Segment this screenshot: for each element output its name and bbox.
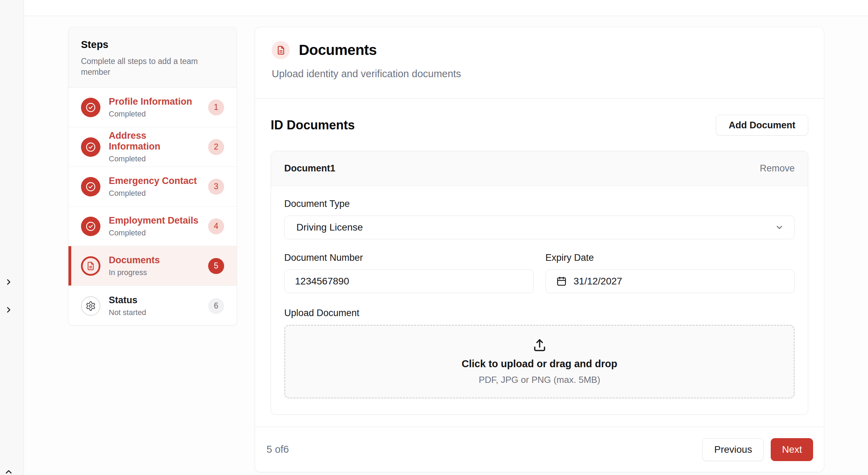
gear-icon [81,296,100,316]
step-label: Employment Details [109,215,200,226]
upload-dropzone[interactable]: Click to upload or drag and drop PDF, JP… [284,325,795,398]
step-item-employment-details[interactable]: Employment Details Completed 4 [68,207,237,246]
step-text: Status Not started [109,295,200,317]
upload-document-label: Upload Document [284,308,795,319]
step-status: Completed [109,110,200,119]
step-status: Completed [109,154,200,163]
document-number-value: 1234567890 [295,276,349,287]
section-title: ID Documents [271,118,355,132]
step-label: Profile Information [109,96,200,107]
chevron-right-icon [4,305,13,314]
expiry-date-value: 31/12/2027 [574,276,622,287]
step-text: Profile Information Completed [109,96,200,119]
left-rail [0,0,24,475]
document-card-title: Document1 [284,163,335,174]
step-status: In progress [109,268,200,277]
next-button[interactable]: Next [771,438,813,461]
step-label: Emergency Contact [109,176,200,186]
expiry-date-input[interactable]: 31/12/2027 [546,269,795,293]
chevron-up-icon [4,467,14,475]
step-label: Documents [109,255,200,266]
upload-cta-text: Click to upload or drag and drop [462,358,617,370]
expiry-date-label: Expiry Date [546,252,795,263]
step-number-badge: 4 [208,218,224,234]
calendar-icon [556,276,567,287]
remove-document-button[interactable]: Remove [760,163,795,174]
id-documents-section: ID Documents Add Document Document1 Remo… [255,99,824,415]
step-status: Completed [109,189,200,198]
check-circle-icon [81,177,100,196]
document-number-input[interactable]: 1234567890 [284,269,534,293]
expand-panel-button-1[interactable] [3,277,14,287]
step-number-badge: 1 [208,99,224,115]
check-circle-icon [81,217,100,236]
step-label: Address Information [109,130,200,152]
steps-title: Steps [81,39,224,50]
document-card-body: Document Type Driving License Document N… [271,186,808,414]
upload-icon [532,338,547,353]
step-item-emergency-contact[interactable]: Emergency Contact Completed 3 [68,167,237,207]
step-number-badge: 5 [208,258,224,274]
step-text: Employment Details Completed [109,215,200,238]
document-type-label: Document Type [284,199,795,209]
document-card-header: Document1 Remove [271,151,808,186]
step-text: Emergency Contact Completed [109,176,200,198]
previous-button[interactable]: Previous [702,438,764,461]
step-item-status[interactable]: Status Not started 6 [68,286,237,325]
check-circle-icon [81,98,100,117]
step-status: Not started [109,308,200,317]
document-type-select[interactable]: Driving License [284,216,795,239]
steps-list: Profile Information Completed 1 Address … [68,87,237,325]
document-number-label: Document Number [284,252,534,263]
expiry-date-field-group: Expiry Date 31/12/2027 [546,252,795,293]
footer-actions: Previous Next [702,438,813,461]
page-title: Documents [299,42,377,58]
step-number-badge: 6 [208,298,224,314]
steps-subtitle: Complete all steps to add a team member [81,56,217,78]
page-subtitle: Upload identity and verification documen… [272,68,807,80]
step-label: Status [109,295,200,306]
upload-block: Upload Document Click to upload or drag … [284,308,795,398]
documents-panel: Documents Upload identity and verificati… [255,27,824,472]
step-number-badge: 2 [208,139,224,155]
step-item-profile-information[interactable]: Profile Information Completed 1 [68,88,237,127]
document-number-field-group: Document Number 1234567890 [284,252,534,293]
document-card: Document1 Remove Document Type Driving L… [271,151,808,415]
step-item-documents[interactable]: Documents In progress 5 [68,246,237,286]
document-icon [81,256,100,276]
chevron-right-icon [4,277,13,287]
document-type-value: Driving License [296,222,363,233]
upload-hint-text: PDF, JPG or PNG (max. 5MB) [479,375,600,385]
step-status: Completed [109,228,200,238]
step-number-badge: 3 [208,179,224,195]
steps-header: Steps Complete all steps to add a team m… [68,27,237,87]
steps-panel: Steps Complete all steps to add a team m… [68,27,237,325]
step-progress-text: 5 of6 [267,444,289,455]
wizard-footer: 5 of6 Previous Next [255,427,824,472]
step-item-address-information[interactable]: Address Information Completed 2 [68,127,237,167]
step-text: Address Information Completed [109,130,200,163]
top-bar [24,0,868,16]
chevron-down-icon [775,223,784,232]
step-text: Documents In progress [109,255,200,277]
collapse-up-button[interactable] [3,467,14,475]
document-icon [272,41,290,59]
check-circle-icon [81,137,100,157]
expand-panel-button-2[interactable] [3,305,14,315]
add-document-button[interactable]: Add Document [716,115,808,136]
documents-header: Documents Upload identity and verificati… [255,27,824,99]
